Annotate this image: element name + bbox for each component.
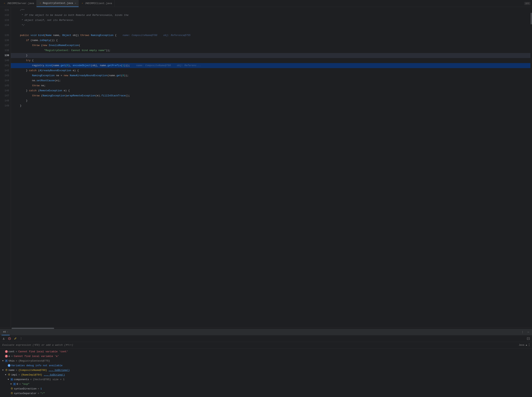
tab-bar: ○ JNDIRMIServer.java ○ RegistryContext.j… xyxy=(0,0,532,7)
debug-tab-label: nt xyxy=(3,330,6,333)
java-icon-2: ○ xyxy=(39,2,42,5)
type-icon-0: ≡ xyxy=(13,383,16,385)
code-line-148: } xyxy=(11,98,532,103)
tab-registrycontext[interactable]: ○ RegistryContext.java ✕ xyxy=(36,0,79,7)
code-line-134: */ xyxy=(11,23,532,28)
tab-label-1: JNDIRMIServer.java xyxy=(7,2,34,5)
var-row-name[interactable]: ▼ ⓕ name = {CompositeName@780} ... toStr… xyxy=(0,368,532,372)
line-num-136: 136 xyxy=(1,38,9,43)
tab-jndirmiclient[interactable]: ○ JNDIRMIClient.java xyxy=(79,0,115,7)
code-line-147: throw (NamingException)wrapRemoteExcepti… xyxy=(11,93,532,98)
line-num-145: 145 xyxy=(1,83,9,88)
code-line-143: NamingException ne = new NameAlreadyBoun… xyxy=(11,73,532,78)
var-row-this[interactable]: ▼ ≡ this = {RegistryContext@775} xyxy=(0,359,532,363)
name-tostring-link[interactable]: ... toString() xyxy=(48,369,70,372)
editor-container: 131 132 133 134 135 136 137 138 139 140 … xyxy=(0,7,532,327)
var-row-debug-info: i Variables debug info not available xyxy=(0,363,532,368)
scroll-to-end-btn[interactable] xyxy=(1,336,6,341)
line-num-132: 132 xyxy=(1,13,9,18)
var-row-0[interactable]: ▼ ≡ 0 = "exp" xyxy=(0,382,532,386)
var-row-e[interactable]: ! e = Cannot find local variable 'e' xyxy=(0,354,532,359)
line-num-143: 143 xyxy=(1,73,9,78)
line-num-146: 146 xyxy=(1,88,9,93)
evaluate-input[interactable] xyxy=(2,344,517,347)
line-numbers: 131 132 133 134 135 136 137 138 139 140 … xyxy=(0,7,11,327)
var-row-syntaxseparator2[interactable]: ⓕ syntaxSeparator2 = null xyxy=(0,396,532,397)
h-scrollbar-thumb[interactable] xyxy=(12,328,54,329)
tab-jndirmiserver[interactable]: ○ JNDIRMIServer.java xyxy=(1,0,36,7)
error-icon-cont: ! xyxy=(5,350,8,353)
debug-more2-btn[interactable]: ⋮ xyxy=(19,336,23,341)
line-num-142: 142 xyxy=(1,68,9,73)
line-num-144: 144 xyxy=(1,78,9,83)
evaluate-lang[interactable]: Java ▲ xyxy=(519,344,527,347)
evaluate-bar: Java ▲ ▲ ▼ xyxy=(0,342,532,348)
type-icon-this: ≡ xyxy=(5,360,8,362)
line-num-135: 135 xyxy=(1,33,9,38)
var-row-syntaxseparator[interactable]: ⓕ syntaxSeparator = "/" xyxy=(0,391,532,396)
line-num-blank xyxy=(1,28,9,33)
debug-panel: nt ✕ ⋮ ─ ⋮ Java ▲ ▲ ▼ xyxy=(0,329,532,397)
line-num-134: 134 xyxy=(1,23,9,28)
debug-more-btn[interactable]: ⋮ xyxy=(520,330,525,334)
type-icon-components: ≡ xyxy=(10,378,13,381)
eval-down-arrow[interactable]: ▼ xyxy=(529,345,530,347)
clear-btn[interactable] xyxy=(7,336,12,341)
type-icon-impl: ⓕ xyxy=(8,373,10,376)
debug-tab-close[interactable]: ✕ xyxy=(7,331,8,333)
line-num-138: 138 xyxy=(1,48,9,53)
code-line-142: } catch (AlreadyBoundException e) { xyxy=(11,68,532,73)
expand-name[interactable]: ▼ xyxy=(1,369,4,372)
expand-0[interactable]: ▼ xyxy=(10,383,12,385)
error-icon-e: ! xyxy=(5,355,8,358)
line-num-148: 148 xyxy=(1,98,9,103)
code-line-133: * object itself, not its Reference. xyxy=(11,18,532,23)
java-icon-3: ○ xyxy=(81,2,84,5)
line-num-137: 137 xyxy=(1,43,9,48)
tab-label-3: JNDIRMIClient.java xyxy=(85,2,112,5)
code-line-145: throw ne; xyxy=(11,83,532,88)
tab-close-2[interactable]: ✕ xyxy=(75,2,76,5)
expand-this[interactable]: ▼ xyxy=(1,360,4,362)
debug-actions: ⋮ ─ xyxy=(520,330,531,334)
expand-all-btn[interactable] xyxy=(526,336,531,341)
horizontal-scrollbar[interactable] xyxy=(0,327,532,329)
line-num-133: 133 xyxy=(1,18,9,23)
tab-label-2: RegistryContext.java xyxy=(43,2,73,5)
line-num-149: 149 xyxy=(1,103,9,108)
edit-watches-btn[interactable] xyxy=(13,336,17,341)
debug-tab-bar: nt ✕ ⋮ ─ xyxy=(0,329,532,335)
line-num-131: 131 xyxy=(1,8,9,13)
type-icon-syntaxdir: ⓕ xyxy=(10,387,13,390)
code-line-137: throw (new InvalidNameException( xyxy=(11,43,532,48)
expand-impl[interactable]: ▼ xyxy=(4,373,7,376)
line-num-140: 140 xyxy=(1,58,9,63)
var-row-impl[interactable]: ▼ ⓕ impl = {NameImpl@784} ... toString() xyxy=(0,372,532,377)
code-line-blank xyxy=(11,28,532,33)
code-line-139: } xyxy=(11,53,532,58)
vertical-scrollbar[interactable] xyxy=(531,7,532,327)
java-icon: ○ xyxy=(3,2,6,5)
code-line-131: /** xyxy=(11,8,532,13)
var-row-syntaxdirection[interactable]: ⓕ syntaxDirection = 1 xyxy=(0,386,532,391)
eval-up-arrow[interactable]: ▲ xyxy=(529,343,530,345)
code-area[interactable]: /** * If the object to be bound is both … xyxy=(11,7,532,327)
debug-minimize-btn[interactable]: ─ xyxy=(526,330,531,334)
code-line-146: } catch (RemoteException e) { xyxy=(11,88,532,93)
code-line-149: } xyxy=(11,103,532,108)
code-line-141: registry.bind(name.get(0), encodeObject(… xyxy=(11,63,532,68)
debug-toolbar: ⋮ xyxy=(0,335,532,342)
var-row-cont[interactable]: ! cont = Cannot find local variable 'con… xyxy=(0,349,532,354)
debug-tab-nt[interactable]: nt ✕ xyxy=(1,329,10,335)
code-line-140: try { xyxy=(11,58,532,63)
code-line-136: if (name.isEmpty()) { xyxy=(11,38,532,43)
line-num-139: 139 xyxy=(1,53,9,58)
impl-tostring-link[interactable]: ... toString() xyxy=(44,373,65,376)
evaluate-arrows: ▲ ▼ xyxy=(529,343,530,347)
var-row-components[interactable]: ▼ ≡ components = {Vector@785} size = 1 xyxy=(0,377,532,382)
type-icon-syntaxsep: ⓕ xyxy=(10,392,13,395)
code-line-132: * If the object to be bound is both Remo… xyxy=(11,13,532,18)
line-num-141: 141 xyxy=(1,63,9,68)
expand-components[interactable]: ▼ xyxy=(7,378,10,381)
scrollbar-thumb[interactable] xyxy=(531,13,532,24)
